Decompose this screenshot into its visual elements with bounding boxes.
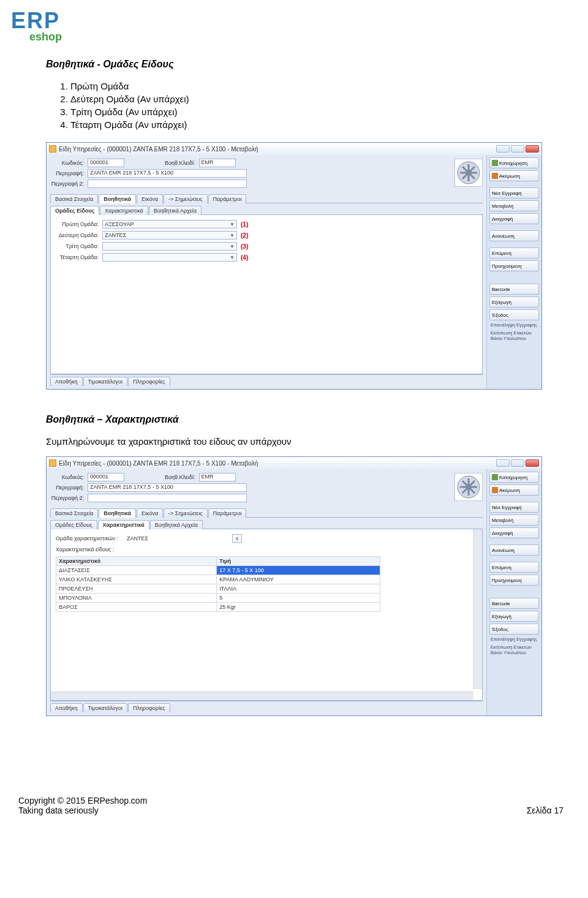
next-button[interactable]: Επόμενη (489, 562, 539, 573)
section-heading-1: Βοηθητικά - Ομάδες Είδους (46, 59, 542, 70)
logo-eshop: eshop (29, 31, 62, 43)
maximize-button[interactable] (511, 145, 524, 153)
desc-input[interactable]: ZANTA EMR 218 17X7,5 - 5 X100 (88, 483, 247, 492)
code-input[interactable]: 000001 (88, 473, 124, 481)
code-label: Κωδικός: (50, 474, 84, 480)
tab-basic[interactable]: Βασικά Στοιχεία (50, 508, 98, 518)
next-button[interactable]: Επόμενη (489, 247, 539, 258)
subtab-files[interactable]: Βοηθητικά Αρχεία (150, 520, 203, 529)
minimize-button[interactable] (496, 145, 510, 153)
tab-notes[interactable]: -> Σημειώσεις (164, 194, 207, 203)
subtab-chars[interactable]: Χαρακτηριστικά (98, 520, 149, 529)
mark-3: (3) (241, 243, 248, 250)
screenshot-characteristics: Είδη Υπηρεσίες - (000001) ZANTA EMR 218 … (46, 456, 542, 716)
cancel-button[interactable]: Ακύρωση (489, 485, 539, 496)
print-labels-label: Εκτύπωση Ετικετών Βάσει Υπολοίπου (489, 644, 539, 656)
prev-button[interactable]: Προηγούμενη (489, 575, 539, 586)
delete-button[interactable]: Διαγραφή (489, 527, 539, 538)
char-list-label: Χαρακτηριστικά είδους : (56, 546, 477, 553)
export-button[interactable]: Εξαγωγή (489, 296, 539, 308)
btab-info[interactable]: Πληροφορίες (128, 377, 170, 386)
cancel-button[interactable]: Ακύρωση (489, 170, 539, 181)
char-group-select[interactable]: ΖΑΝΤΕΣ (127, 535, 225, 541)
table-row[interactable]: ΒΑΡΟΣ25 Kgr (56, 603, 380, 612)
minimize-button[interactable] (496, 459, 510, 467)
subtab-chars[interactable]: Χαρακτηριστικά (100, 206, 148, 215)
exit-button[interactable]: Έξοδος (489, 309, 539, 320)
btab-pricelist[interactable]: Τιμοκατάλογοι (83, 703, 127, 712)
refresh-button[interactable]: Ανανέωση (489, 545, 539, 556)
tab-params[interactable]: Παράμετροι (208, 194, 247, 203)
table-row[interactable]: ΔΙΑΣΤΑΣΕΙΣ17 X 7,5 - 5 X 100 (56, 566, 380, 575)
tab-basic[interactable]: Βασικά Στοιχεία (50, 194, 98, 203)
side-toolbar-2: Καταχώρηση Ακύρωση Νέα Εγγραφή Μεταβολή … (486, 469, 541, 715)
tab-image[interactable]: Εικόνα (137, 194, 163, 203)
desc2-input[interactable] (88, 494, 247, 502)
btab-stock[interactable]: Αποθήκη (50, 703, 83, 712)
hkey-input[interactable]: EMR (199, 473, 236, 481)
new-button[interactable]: Νέα Εγγραφή (489, 187, 539, 198)
subtab-groups[interactable]: Ομάδες Είδους (50, 520, 97, 529)
table-row[interactable]: ΠΡΟΕΛΕΥΣΗΙΤΑΛΙΑ (56, 584, 380, 594)
tab-aux[interactable]: Βοηθητικά (99, 194, 136, 203)
edit-button[interactable]: Μεταβολή (489, 200, 539, 211)
prev-button[interactable]: Προηγούμενη (489, 260, 539, 271)
list-item: Πρώτη Ομάδα (70, 81, 542, 91)
hkey-input[interactable]: EMR (199, 159, 236, 167)
new-button[interactable]: Νέα Εγγραφή (489, 502, 539, 513)
print-labels-label: Εκτύπωση Ετικετών Βάσει Υπολοίπου (489, 330, 539, 342)
refresh-button[interactable]: Ανανέωση (489, 230, 539, 241)
desc-label: Περιγραφή: (50, 485, 84, 491)
group1-select[interactable]: ΑΞΕΣΟΥΑΡ▼ (102, 220, 237, 228)
desc2-input[interactable] (88, 179, 247, 188)
group-list: Πρώτη Ομάδα Δεύτερη Ομάδα (Αν υπάρχει) Τ… (70, 81, 542, 130)
save-button[interactable]: Καταχώρηση (489, 157, 539, 168)
export-button[interactable]: Εξαγωγή (489, 611, 539, 622)
btab-pricelist[interactable]: Τιμοκατάλογοι (83, 377, 127, 386)
list-item: Τέταρτη Ομάδα (Αν υπάρχει) (70, 119, 542, 130)
btab-stock[interactable]: Αποθήκη (50, 377, 83, 386)
screenshot-groups: Είδη Υπηρεσίες - (000001) ZANTA EMR 218 … (46, 142, 542, 390)
char-group-label: Ομάδα χαρακτηριστικών : (56, 535, 123, 541)
save-button[interactable]: Καταχώρηση (489, 472, 539, 483)
window-titlebar: Είδη Υπηρεσίες - (000001) ZANTA EMR 218 … (47, 143, 541, 155)
clear-char-group-button[interactable]: X (232, 534, 242, 543)
maximize-button[interactable] (511, 459, 524, 467)
table-row[interactable]: ΥΛΙΚΟ ΚΑΤΑΣΚΕΥΗΣΚΡΑΜΑ ΑΛΟΥΜΙΝΙΟΥ (56, 575, 380, 584)
side-toolbar: Καταχώρηση Ακύρωση Νέα Εγγραφή Μεταβολή … (486, 155, 541, 389)
group4-select[interactable]: ▼ (102, 253, 237, 262)
exit-button[interactable]: Έξοδος (489, 624, 539, 635)
subtab-files[interactable]: Βοηθητικά Αρχεία (149, 206, 202, 215)
group3-select[interactable]: ▼ (102, 242, 237, 251)
desc2-label: Περιγραφή 2: (50, 181, 84, 187)
window-icon (49, 459, 56, 467)
scrollbar-horizontal[interactable] (51, 692, 473, 700)
group1-label: Πρώτη Ομάδα: (56, 221, 99, 227)
table-row[interactable]: ΜΠΟΥΛΟΝΙΑ5 (56, 594, 380, 603)
window-titlebar-2: Είδη Υπηρεσίες - (000001) ZANTA EMR 218 … (47, 457, 541, 469)
desc-label: Περιγραφή: (50, 170, 84, 176)
hkey-label: Βοηθ.Κλειδί: (165, 160, 195, 166)
tab-params[interactable]: Παράμετροι (208, 508, 247, 518)
btab-info[interactable]: Πληροφορίες (128, 703, 170, 712)
close-button[interactable] (526, 459, 539, 467)
edit-button[interactable]: Μεταβολή (489, 515, 539, 526)
group2-select[interactable]: ΖΑΝΤΕΣ▼ (102, 231, 237, 240)
tab-aux[interactable]: Βοηθητικά (99, 508, 136, 518)
tab-notes[interactable]: -> Σημειώσεις (164, 508, 207, 518)
barcode-button[interactable]: Barcode (489, 598, 539, 609)
characteristics-table[interactable]: ΧαρακτηριστικόΤιμή ΔΙΑΣΤΑΣΕΙΣ17 X 7,5 - … (56, 556, 380, 612)
chars-panel: Ομάδα χαρακτηριστικών : ΖΑΝΤΕΣ X Χαρακτη… (50, 529, 483, 701)
subtab-groups[interactable]: Ομάδες Είδους (50, 206, 99, 215)
scrollbar-vertical[interactable] (473, 529, 482, 689)
close-button[interactable] (526, 145, 539, 153)
delete-button[interactable]: Διαγραφή (489, 213, 539, 224)
tab-image[interactable]: Εικόνα (137, 508, 163, 518)
barcode-button[interactable]: Barcode (489, 284, 539, 295)
code-input[interactable]: 000001 (88, 159, 124, 167)
logo-erp: ERP (11, 11, 62, 31)
desc-input[interactable]: ZANTA EMR 218 17X7,5 - 5 X100 (88, 169, 247, 178)
product-image (454, 473, 483, 501)
code-label: Κωδικός: (50, 160, 84, 166)
window-icon (49, 145, 56, 153)
